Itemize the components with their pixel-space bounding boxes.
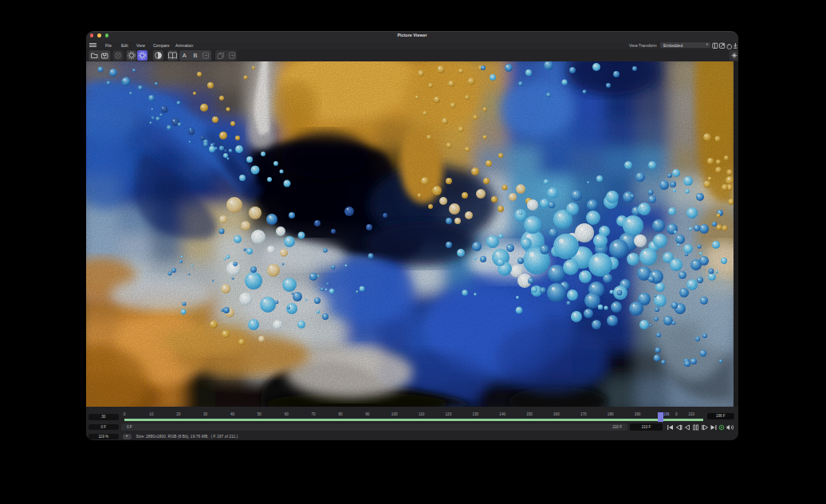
svg-text:A: A <box>183 52 187 59</box>
svg-text:B: B <box>194 52 198 59</box>
